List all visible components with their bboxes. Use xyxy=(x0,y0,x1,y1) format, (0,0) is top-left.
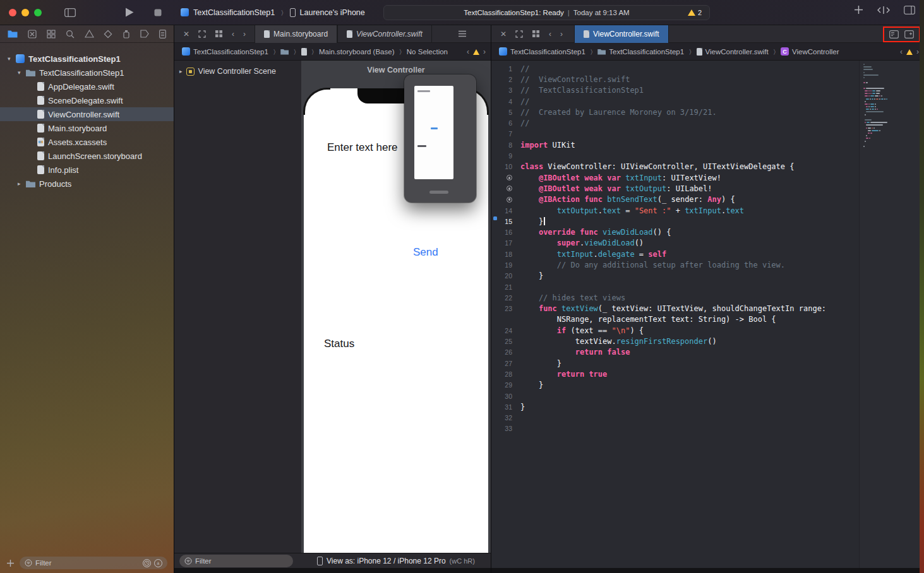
code-line[interactable]: 15 } xyxy=(491,216,859,227)
code-line[interactable]: 23 func textView(_ textView: UITextView,… xyxy=(491,304,859,314)
editor-layout-button[interactable] xyxy=(877,6,890,15)
code-line[interactable]: 9 xyxy=(491,150,859,161)
navigator-item[interactable]: ▾TextClassificationStep1 xyxy=(0,52,174,66)
code-line[interactable]: 14 txtOutput.text = "Sent :" + txtInput.… xyxy=(491,205,859,216)
tab-viewcontroller-swift[interactable]: ViewController.swift xyxy=(574,25,668,43)
source-control-navigator-icon[interactable] xyxy=(28,30,37,38)
code-line[interactable]: 28 return true xyxy=(491,369,859,379)
add-editor-button[interactable] xyxy=(904,30,914,38)
connection-well-icon[interactable] xyxy=(491,175,520,180)
close-editor-icon[interactable]: ✕ xyxy=(500,30,507,38)
minimize-window-button[interactable] xyxy=(21,9,29,16)
navigator-item[interactable]: Main.storyboard xyxy=(0,121,174,135)
code-line[interactable]: 27 } xyxy=(491,358,859,369)
code-line[interactable]: 17 super.viewDidLoad() xyxy=(491,238,859,249)
run-button[interactable] xyxy=(125,8,134,17)
code-line[interactable]: 16 override func viewDidLoad() { xyxy=(491,227,859,237)
code-line[interactable]: @IBAction func btnSendText(_ sender: Any… xyxy=(491,194,859,205)
forward-history-icon[interactable]: › xyxy=(560,30,563,38)
outline-toggle-icon[interactable] xyxy=(458,30,467,37)
code-line[interactable]: 26 return false xyxy=(491,347,859,358)
zoom-window-button[interactable] xyxy=(34,9,42,16)
device-preview-popup[interactable] xyxy=(404,74,476,203)
expand-editor-icon[interactable] xyxy=(198,30,206,38)
forward-history-icon[interactable]: › xyxy=(243,30,246,38)
breadcrumb-file[interactable]: ViewController.swift xyxy=(705,48,769,56)
related-items-icon[interactable] xyxy=(215,30,223,38)
recent-files-filter-icon[interactable] xyxy=(143,559,151,567)
warning-count-badge[interactable]: 2 xyxy=(698,9,702,16)
navigator-item[interactable]: ▸Products xyxy=(0,177,174,191)
navigator-item[interactable]: AppDelegate.swift xyxy=(0,80,174,93)
breadcrumb-file[interactable]: Main.storyboard (Base) xyxy=(319,48,395,56)
add-file-button[interactable] xyxy=(6,559,15,567)
disclosure-expanded-icon[interactable]: ▾ xyxy=(18,69,26,76)
warning-icon[interactable] xyxy=(906,49,913,55)
view-as-bar[interactable]: View as: iPhone 12 / iPhone 12 Pro (wC h… xyxy=(301,553,491,568)
code-line[interactable]: 18 txtInput.delegate = self xyxy=(491,249,859,259)
outline-item-view-controller-scene[interactable]: ▸ View Controller Scene xyxy=(174,61,301,76)
navigator-item[interactable]: ▾TextClassificationStep1 xyxy=(0,66,174,80)
code-line[interactable]: NSRange, replacementText text: String) -… xyxy=(491,314,859,325)
code-line[interactable]: 33 xyxy=(491,423,859,434)
minimap[interactable] xyxy=(859,61,920,568)
code-line[interactable]: 21 xyxy=(491,281,859,292)
code-line[interactable]: 8import UIKit xyxy=(491,139,859,150)
code-line[interactable]: 31} xyxy=(491,401,859,412)
warning-icon[interactable] xyxy=(473,49,479,55)
related-items-icon[interactable] xyxy=(532,30,540,38)
code-line[interactable]: 32 xyxy=(491,413,859,423)
next-issue-icon[interactable]: › xyxy=(483,47,486,56)
send-button[interactable]: Send xyxy=(413,246,438,259)
source-control-filter-icon[interactable]: ± xyxy=(154,559,162,567)
code-line[interactable]: @IBOutlet weak var txtInput: UITextView! xyxy=(491,172,859,183)
breadcrumb-selection[interactable]: No Selection xyxy=(407,48,448,56)
disclosure-expanded-icon[interactable]: ▾ xyxy=(8,56,16,62)
code-line[interactable]: 7 xyxy=(491,129,859,139)
test-navigator-icon[interactable] xyxy=(104,30,112,38)
navigator-item[interactable]: ViewController.swift xyxy=(0,107,174,121)
tab-viewcontroller-preview[interactable]: ViewController.swift xyxy=(337,25,432,43)
code-line[interactable]: 24 if (text == "\n") { xyxy=(491,325,859,336)
find-navigator-icon[interactable] xyxy=(66,30,75,38)
code-line[interactable]: 2// ViewController.swift xyxy=(491,74,859,85)
code-line[interactable]: 29 } xyxy=(491,380,859,391)
back-history-icon[interactable]: ‹ xyxy=(549,30,551,38)
next-issue-icon[interactable]: › xyxy=(916,47,919,56)
report-navigator-icon[interactable] xyxy=(159,30,166,38)
stop-button[interactable] xyxy=(154,9,162,16)
navigator-filter-field[interactable]: Filter ± xyxy=(20,557,167,569)
symbol-navigator-icon[interactable] xyxy=(47,30,56,38)
debug-navigator-icon[interactable] xyxy=(123,30,130,38)
code-line[interactable]: @IBOutlet weak var txtOutput: UILabel! xyxy=(491,183,859,194)
code-line[interactable]: 19 // Do any additional setup after load… xyxy=(491,259,859,270)
status-label[interactable]: Status xyxy=(324,338,354,350)
code-line[interactable]: 3// TextClassificationStep1 xyxy=(491,85,859,96)
storyboard-doc-icon[interactable] xyxy=(301,48,307,56)
code-line[interactable]: 4// xyxy=(491,96,859,107)
toggle-navigator-icon[interactable] xyxy=(64,8,76,17)
code-lines[interactable]: 1//2// ViewController.swift3// TextClass… xyxy=(491,63,859,434)
breakpoint-navigator-icon[interactable] xyxy=(140,30,149,38)
storyboard-canvas[interactable]: View Controller Enter text here Send Sta… xyxy=(301,61,491,553)
text-view-enter-text[interactable]: Enter text here xyxy=(327,141,398,154)
scheme-selector[interactable]: TextClassificationStep1 xyxy=(193,8,275,17)
breadcrumb-project[interactable]: TextClassificationStep1 xyxy=(510,48,585,56)
previous-issue-icon[interactable]: ‹ xyxy=(467,47,469,56)
breadcrumb-symbol[interactable]: ViewController xyxy=(792,48,839,56)
code-line[interactable]: 6// xyxy=(491,117,859,128)
connection-well-icon[interactable] xyxy=(491,197,520,203)
disclosure-collapsed-icon[interactable]: ▸ xyxy=(179,68,183,74)
adjust-editor-options-button[interactable] xyxy=(889,30,899,38)
connection-well-icon[interactable] xyxy=(491,186,520,191)
disclosure-collapsed-icon[interactable]: ▸ xyxy=(18,180,26,187)
navigator-item[interactable]: LaunchScreen.storyboard xyxy=(0,149,174,163)
code-line[interactable]: 22 // hides text views xyxy=(491,292,859,303)
code-line[interactable]: 25 textView.resignFirstResponder() xyxy=(491,336,859,346)
code-line[interactable]: 1// xyxy=(491,63,859,74)
close-window-button[interactable] xyxy=(9,9,16,16)
source-editor[interactable]: 1//2// ViewController.swift3// TextClass… xyxy=(491,61,924,568)
close-editor-icon[interactable]: ✕ xyxy=(183,30,189,38)
expand-editor-icon[interactable] xyxy=(515,30,523,38)
navigator-item[interactable]: Info.plist xyxy=(0,163,174,177)
